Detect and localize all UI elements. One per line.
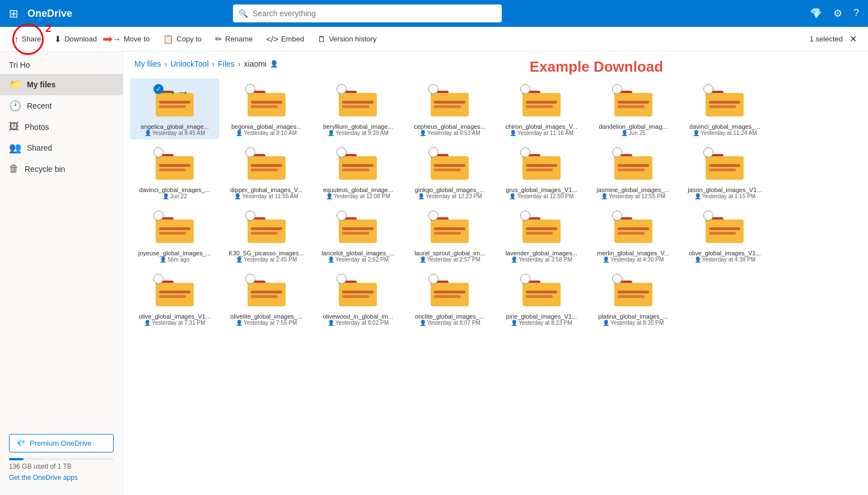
sidebar-item-recent[interactable]: 🕐 Recent [0, 95, 123, 116]
file-date: 👤Yesterday at 2:45 PM [224, 256, 309, 263]
folder-icon-wrap [244, 146, 289, 184]
shared-icon: 👥 [9, 142, 21, 154]
file-item[interactable]: ginkgo_global_images_...👤Yesterday at 12… [405, 142, 494, 203]
shared-date-icon: 👤 [236, 130, 242, 136]
file-item[interactable]: olivelite_global_images_...👤Yesterday at… [222, 268, 311, 329]
share-icon: ↑ [15, 34, 19, 44]
file-checkbox[interactable] [245, 211, 255, 221]
file-checkbox[interactable] [428, 274, 438, 284]
file-item[interactable]: equuleus_global_image...👤Yesterday at 12… [314, 142, 403, 203]
file-item[interactable]: lavender_global_images...👤Yesterday at 3… [497, 205, 586, 266]
help-icon[interactable]: ? [851, 5, 861, 22]
file-item[interactable]: davinci_global_images_...👤Yesterday at 1… [680, 78, 770, 139]
file-item[interactable]: begonia_global_images...👤Yesterday at 9:… [222, 78, 311, 139]
file-item[interactable]: merlin_global_images_V...👤Yesterday at 4… [589, 205, 678, 266]
breadcrumb-files[interactable]: Files [218, 59, 235, 68]
svg-rect-3 [159, 101, 190, 104]
file-item[interactable]: cepheus_global_images...👤Yesterday at 9:… [405, 78, 494, 139]
settings-icon[interactable]: ⚙ [831, 5, 844, 22]
rewards-icon[interactable]: 💎 [808, 5, 824, 22]
file-item[interactable]: beryllium_global_image...👤Yesterday at 9… [314, 78, 403, 139]
sidebar-item-shared[interactable]: 👥 Shared [0, 137, 123, 158]
file-name: ginkgo_global_images_... [407, 186, 492, 193]
file-checkbox[interactable] [245, 84, 255, 94]
file-checkbox[interactable] [428, 147, 438, 157]
file-checkbox[interactable] [612, 274, 622, 284]
file-item[interactable]: jason_global_images_V1...👤Yesterday at 1… [680, 142, 770, 203]
svg-rect-84 [342, 232, 369, 235]
file-item[interactable]: chiron_global_images_V...👤Yesterday at 1… [497, 78, 586, 139]
file-item[interactable]: olive_global_images_V1...👤Yesterday at 7… [130, 268, 220, 329]
file-grid: ✓→→angelica_global_image...👤Yesterday at… [123, 74, 868, 334]
file-item[interactable]: onclite_global_images_...👤Yesterday at 8… [405, 268, 494, 329]
file-item[interactable]: dipper_global_images_V...👤Yesterday at 1… [222, 142, 311, 203]
svg-rect-97 [614, 220, 652, 242]
version-history-button[interactable]: 🗒 Version history [312, 31, 382, 47]
file-item[interactable]: jasmine_global_images_...👤Yesterday at 1… [589, 142, 678, 203]
file-item[interactable]: grus_global_images_V1...👤Yesterday at 12… [497, 142, 586, 203]
file-item[interactable]: lancelot_global_images_...👤Yesterday at … [314, 205, 403, 266]
file-item[interactable]: ✓→→angelica_global_image...👤Yesterday at… [130, 78, 220, 139]
share-button[interactable]: ↑ Share [9, 31, 46, 47]
file-checkbox[interactable] [612, 147, 622, 157]
get-apps-link[interactable]: Get the OneDrive apps [9, 474, 114, 482]
file-checkbox[interactable] [520, 211, 530, 221]
file-checkbox[interactable] [153, 211, 164, 221]
embed-button[interactable]: </> Embed [260, 31, 310, 47]
sidebar-item-my-files[interactable]: 📁 My files [0, 74, 123, 95]
svg-rect-29 [618, 105, 645, 108]
breadcrumb-my-files[interactable]: My files [134, 59, 161, 68]
search-bar[interactable]: 🔍 [233, 4, 502, 22]
file-item[interactable]: dandelion_global_imag...👤Jun 25 [589, 78, 678, 139]
close-selection-button[interactable]: ✕ [847, 31, 859, 46]
folder-icon-wrap [427, 146, 472, 184]
file-checkbox[interactable] [520, 84, 530, 94]
svg-rect-88 [434, 227, 465, 230]
rename-button[interactable]: ✏ Rename [209, 31, 258, 48]
breadcrumb-unlock-tool[interactable]: UnlockTool [170, 59, 208, 68]
sidebar-item-photos[interactable]: 🖼 Photos [0, 116, 123, 137]
file-checkbox[interactable] [428, 84, 438, 94]
file-item[interactable]: joyeuse_global_images_...👤56m ago [130, 205, 220, 266]
file-name: grus_global_images_V1... [499, 186, 584, 193]
shared-date-icon: 👤 [694, 193, 701, 199]
svg-rect-74 [159, 232, 186, 235]
svg-rect-133 [618, 291, 649, 293]
download-button[interactable]: ⬇ Download [49, 31, 102, 48]
file-item[interactable]: davinci_global_images_...👤Jun 22 [130, 142, 220, 203]
shared-date-icon: 👤 [603, 320, 609, 326]
file-checkbox[interactable] [520, 147, 530, 157]
file-item[interactable]: olive_global_images_V1...👤Yesterday at 4… [680, 205, 770, 266]
topbar-actions: 💎 ⚙ ? [808, 5, 861, 22]
folder-icon-wrap [611, 83, 656, 121]
search-input[interactable] [253, 9, 496, 18]
file-checkbox[interactable] [153, 147, 164, 157]
sidebar-item-recycle-bin[interactable]: 🗑 Recycle bin [0, 158, 123, 179]
file-checkbox[interactable] [153, 274, 164, 284]
file-name: merlin_global_images_V... [591, 250, 676, 256]
svg-rect-27 [614, 93, 652, 115]
file-checkbox[interactable] [520, 274, 530, 284]
move-to-button[interactable]: → Move to [107, 31, 155, 47]
file-checkbox[interactable] [245, 147, 255, 157]
file-item[interactable]: olivewood_in_global_im...👤Yesterday at 8… [314, 268, 403, 329]
copy-to-button[interactable]: 📋 Copy to [157, 31, 207, 48]
waffle-icon[interactable]: ⊞ [7, 4, 21, 22]
file-checkbox[interactable] [428, 211, 438, 221]
svg-rect-64 [618, 169, 645, 171]
premium-button[interactable]: 💎 Premium OneDrive [9, 434, 114, 452]
file-checkbox[interactable] [245, 274, 255, 284]
download-icon: ⬇ [54, 34, 62, 44]
svg-rect-83 [342, 227, 374, 230]
file-item[interactable]: K30_5G_picasso_images...👤Yesterday at 2:… [222, 205, 311, 266]
file-item[interactable]: platina_global_images_...👤Yesterday at 8… [589, 268, 678, 329]
svg-rect-93 [526, 227, 557, 230]
folder-icon-wrap [152, 146, 197, 184]
file-checkbox[interactable] [612, 84, 622, 94]
file-item[interactable]: laurel_sprout_global_im...👤Yesterday at … [405, 205, 494, 266]
file-checkbox[interactable]: ✓ [153, 84, 164, 94]
file-item[interactable]: pine_global_images_V1...👤Yesterday at 8:… [497, 268, 586, 329]
version-icon: 🗒 [318, 34, 326, 44]
shared-date-icon: 👤 [511, 256, 517, 263]
file-checkbox[interactable] [612, 211, 622, 221]
